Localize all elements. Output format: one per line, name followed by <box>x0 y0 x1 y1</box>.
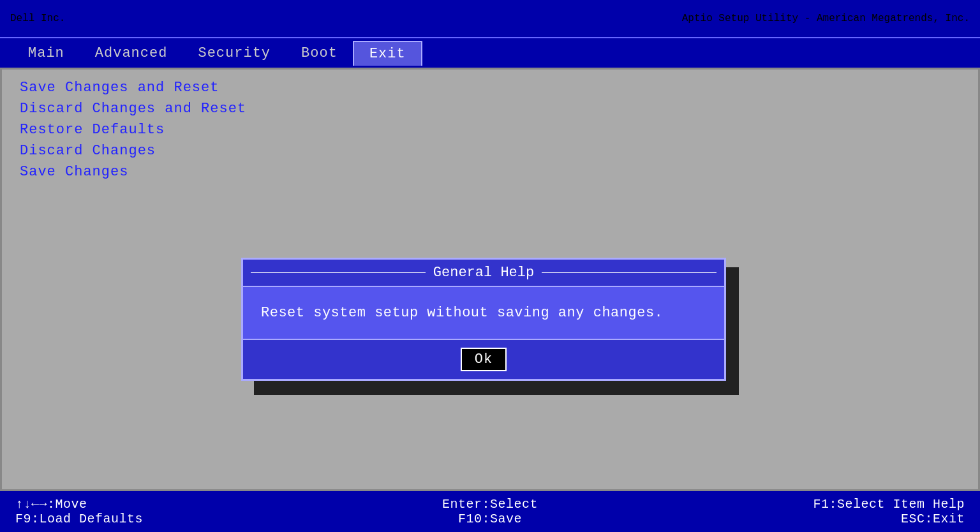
status-center: Enter:Select F10:Save <box>332 497 648 526</box>
dialog-body: Reset system setup without saving any ch… <box>243 286 724 340</box>
status-enter: Enter:Select <box>442 497 538 512</box>
dialog-title: General Help <box>243 260 724 286</box>
status-left: ↑↓←→:Move F9:Load Defaults <box>15 497 332 526</box>
status-f9: F9:Load Defaults <box>15 512 143 526</box>
menu-item-discard-changes[interactable]: Discard Changes <box>20 143 960 159</box>
general-help-dialog: General Help Reset system setup without … <box>241 258 726 381</box>
tab-advanced[interactable]: Advanced <box>80 41 183 65</box>
ok-button[interactable]: Ok <box>461 348 507 371</box>
tab-exit[interactable]: Exit <box>353 41 422 66</box>
status-right: F1:Select Item Help ESC:Exit <box>648 497 965 526</box>
tab-security[interactable]: Security <box>182 41 286 65</box>
status-esc: ESC:Exit <box>901 512 965 526</box>
dialog-footer: Ok <box>243 340 724 379</box>
dialog-message: Reset system setup without saving any ch… <box>261 302 706 323</box>
tab-main[interactable]: Main <box>13 41 80 65</box>
bottom-bar: ↑↓←→:Move F9:Load Defaults Enter:Select … <box>0 491 980 532</box>
status-move: ↑↓←→:Move <box>15 497 87 512</box>
menu-item-save-reset[interactable]: Save Changes and Reset <box>20 80 960 96</box>
tab-boot[interactable]: Boot <box>286 41 353 65</box>
menu-item-discard-reset[interactable]: Discard Changes and Reset <box>20 101 960 117</box>
status-f1: F1:Select Item Help <box>813 497 965 512</box>
menu-item-restore-defaults[interactable]: Restore Defaults <box>20 122 960 138</box>
status-f10: F10:Save <box>458 512 522 526</box>
utility-label: Aptio Setup Utility - American Megatrend… <box>682 13 970 24</box>
brand-label: Dell Inc. <box>10 13 65 24</box>
menu-item-save-changes[interactable]: Save Changes <box>20 164 960 180</box>
nav-bar: Main Advanced Security Boot Exit <box>0 37 980 68</box>
menu-items: Save Changes and Reset Discard Changes a… <box>2 70 978 190</box>
main-content: Save Changes and Reset Discard Changes a… <box>0 68 980 491</box>
top-bar: Dell Inc. Aptio Setup Utility - American… <box>0 0 980 37</box>
